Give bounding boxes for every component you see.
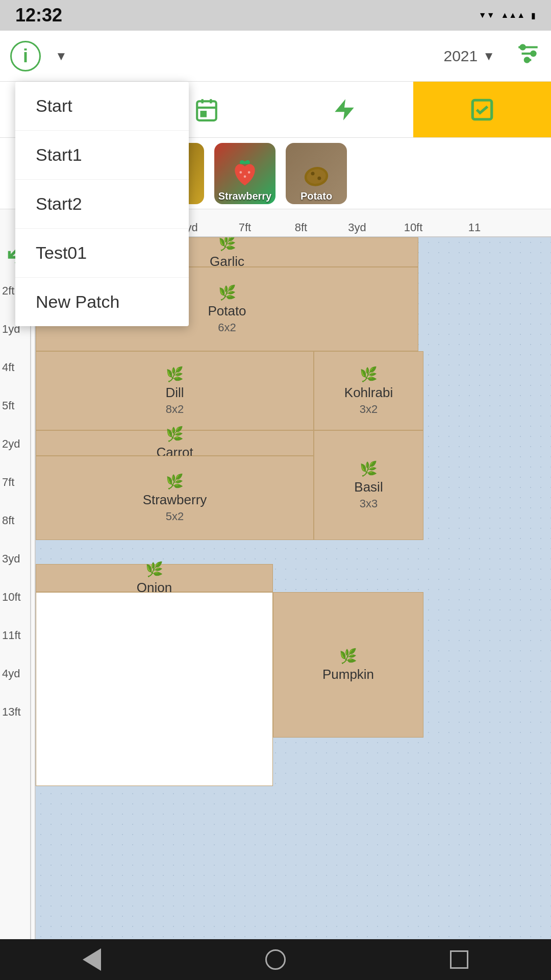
svg-point-28: [317, 176, 321, 180]
year-dropdown-arrow[interactable]: ▼: [483, 49, 495, 63]
patch-dropdown-arrow[interactable]: ▼: [55, 49, 67, 63]
year-label: 2021: [443, 47, 478, 65]
battery-icon: ▮: [531, 11, 536, 20]
patch-empty-left: [36, 592, 273, 786]
plant-icon-strawberry[interactable]: Strawberry: [214, 143, 276, 204]
dropdown-item-start1[interactable]: Start1: [15, 131, 189, 180]
patch-name-kohlrabi: Kohlrabi: [344, 385, 393, 401]
dropdown-item-new-patch[interactable]: New Patch: [15, 278, 189, 326]
nav-home-button[interactable]: [255, 939, 296, 980]
patch-size-strawberry: 5x2: [166, 510, 184, 523]
plant-icon-potato[interactable]: Potato: [286, 143, 347, 204]
tab-checklist[interactable]: [413, 82, 551, 137]
ruler-label-2yd: 2yd: [2, 437, 20, 451]
plant-label-strawberry: Strawberry: [214, 190, 276, 202]
nav-back-button[interactable]: [71, 939, 112, 980]
svg-rect-6: [197, 101, 216, 120]
patch-name-basil: Basil: [354, 479, 383, 495]
patch-dill[interactable]: 🌿 Dill 8x2: [36, 351, 314, 430]
ruler-label-5ft: 5ft: [2, 399, 14, 412]
patch-size-dill: 8x2: [166, 403, 184, 416]
svg-point-5: [525, 58, 529, 62]
signal-icon: ▲▲▲: [500, 11, 525, 20]
svg-point-24: [248, 171, 251, 174]
patch-name-dill: Dill: [165, 385, 184, 401]
status-bar: 12:32 ▼▼ ▲▲▲ ▮: [0, 0, 551, 31]
patch-size-potato: 6x2: [218, 321, 236, 334]
ruler-label-10ft-top: 10ft: [404, 221, 423, 234]
ruler-label-3yd-top: 3yd: [348, 221, 366, 234]
patch-name-strawberry: Strawberry: [143, 492, 207, 508]
ruler-label-13ft: 13ft: [2, 705, 21, 719]
patch-selector[interactable]: ▼: [51, 49, 433, 63]
dropdown-item-test01[interactable]: Test01: [15, 229, 189, 278]
dropdown-item-start2[interactable]: Start2: [15, 180, 189, 229]
ruler-label-10ft: 10ft: [2, 591, 21, 604]
patch-carrot[interactable]: 🌿 Carrot: [36, 430, 314, 456]
patch-kohlrabi[interactable]: 🌿 Kohlrabi 3x2: [314, 351, 423, 430]
garden-grid[interactable]: 🌿 Garlic 🌿 Potato 6x2 🌿 Dill 8x2 🌿 Kohlr…: [36, 237, 551, 939]
svg-marker-11: [335, 99, 354, 120]
svg-point-22: [240, 171, 242, 174]
patch-name-pumpkin: Pumpkin: [322, 667, 374, 682]
ruler-label-4yd: 4yd: [2, 667, 20, 680]
svg-point-3: [520, 45, 524, 49]
ruler-label-11-top: 11: [468, 221, 481, 234]
svg-point-4: [531, 52, 535, 56]
ruler-label-7ft-top: 7ft: [239, 221, 251, 234]
year-selector[interactable]: 2021 ▼: [443, 47, 495, 65]
patch-dropdown-menu: Start Start1 Start2 Test01 New Patch: [15, 82, 189, 326]
svg-point-27: [311, 172, 315, 175]
ruler-label-8ft-top: 8ft: [295, 221, 307, 234]
patch-basil[interactable]: 🌿 Basil 3x3: [314, 430, 423, 540]
top-bar: i ▼ 2021 ▼: [0, 31, 551, 82]
patch-name-potato: Potato: [208, 303, 246, 319]
tab-flash[interactable]: [276, 82, 413, 137]
ruler-label-11ft: 11ft: [2, 629, 21, 642]
wifi-icon: ▼▼: [479, 11, 495, 20]
patch-size-kohlrabi: 3x2: [360, 403, 378, 416]
patch-onion[interactable]: 🌿 Onion: [36, 564, 273, 592]
ruler-label-2ft: 2ft: [2, 284, 14, 298]
status-icons: ▼▼ ▲▲▲ ▮: [479, 11, 536, 20]
nav-bar: [0, 939, 551, 980]
patch-pumpkin[interactable]: 🌿 Pumpkin: [273, 592, 423, 738]
ruler-label-3yd: 3yd: [2, 552, 20, 566]
ruler-label-4ft: 4ft: [2, 361, 14, 374]
ruler-label-7ft: 7ft: [2, 476, 14, 489]
status-time: 12:32: [15, 5, 62, 26]
svg-rect-10: [202, 112, 206, 116]
ruler-label-8ft: 8ft: [2, 514, 14, 527]
patch-size-basil: 3x3: [360, 497, 378, 510]
info-button[interactable]: i: [10, 41, 41, 71]
svg-point-23: [244, 175, 246, 178]
dropdown-item-start[interactable]: Start: [15, 82, 189, 131]
nav-recent-button[interactable]: [439, 939, 480, 980]
patch-strawberry[interactable]: 🌿 Strawberry 5x2: [36, 456, 314, 540]
plant-label-potato: Potato: [286, 190, 347, 202]
filter-button[interactable]: [515, 41, 541, 71]
